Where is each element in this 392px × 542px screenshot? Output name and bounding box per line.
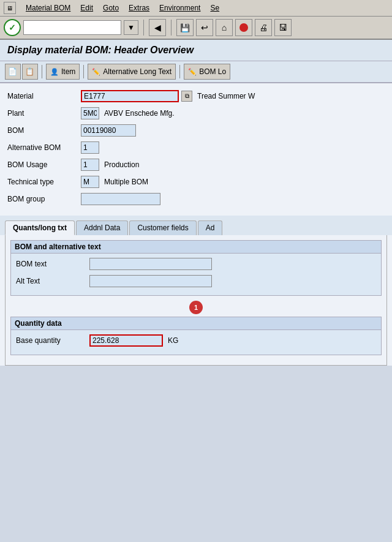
sec-icon-btn-2[interactable]: 📋 — [22, 64, 38, 80]
alt-long-text-button[interactable]: ✏️ Alternative Long Text — [88, 64, 176, 80]
app-icon: 🖥 — [4, 2, 16, 14]
badge-number: 1 — [194, 304, 198, 311]
home-icon: ⌂ — [222, 23, 227, 32]
alt-text-row: Alt Text — [16, 274, 376, 288]
item-label: Item — [61, 67, 75, 76]
scroll-badge: 1 — [189, 301, 203, 314]
command-input[interactable] — [23, 20, 121, 35]
content-area: Display material BOM: Header Overview 📄 … — [0, 40, 392, 366]
badge-container: 1 — [10, 301, 382, 314]
tech-type-field: Multiple BOM — [81, 176, 148, 188]
alt-bom-row: Alternative BOM — [7, 141, 385, 154]
bom-alt-text-section: BOM and alternative text BOM text Alt Te… — [10, 240, 382, 296]
bom-label: BOM — [7, 126, 81, 135]
other-icon: 🖫 — [279, 23, 287, 32]
print-button[interactable]: 🖨 — [255, 19, 272, 36]
edit-icon: ✏️ — [92, 68, 100, 76]
plant-label: Plant — [7, 109, 81, 118]
menu-item-environment[interactable]: Environment — [159, 4, 200, 12]
tab-customer-fields[interactable]: Customer fields — [129, 220, 196, 235]
toolbar-separator-2 — [171, 20, 172, 36]
home-button[interactable]: ⌂ — [216, 19, 233, 36]
sec-icon-btn-1[interactable]: 📄 — [5, 64, 21, 80]
alt-bom-input[interactable] — [81, 141, 99, 154]
bom-alt-text-title: BOM and alternative text — [11, 241, 381, 254]
bom-usage-input[interactable] — [81, 159, 99, 171]
secondary-toolbar: 📄 📋 👤 Item ✏️ Alternative Long Text ✏️ B… — [0, 61, 392, 83]
bom-alt-text-content: BOM text Alt Text — [11, 254, 381, 295]
tab-customer-fields-label: Customer fields — [137, 224, 188, 232]
bom-edit-icon: ✏️ — [188, 68, 197, 76]
tech-type-label: Technical type — [7, 178, 81, 186]
menu-item-edit[interactable]: Edit — [80, 4, 93, 12]
plant-desc: AVBV Enschede Mfg. — [104, 109, 175, 118]
bom-usage-label: BOM Usage — [7, 160, 81, 169]
tab-content: BOM and alternative text BOM text Alt Te… — [5, 235, 387, 366]
bom-text-input[interactable] — [89, 258, 212, 270]
bom-long-label: BOM Lo — [199, 67, 226, 76]
tab-quants-long-txt[interactable]: Quants/long txt — [5, 220, 75, 235]
tab-addnl-data-label: Addnl Data — [84, 224, 120, 232]
sec-separator-3 — [179, 65, 180, 78]
bom-group-input[interactable] — [81, 193, 160, 205]
bom-input[interactable] — [81, 124, 136, 137]
save-icon: 💾 — [180, 23, 190, 32]
alt-text-label: Alt Text — [16, 277, 89, 285]
tech-type-desc: Multiple BOM — [104, 178, 148, 186]
menu-item-material-bom[interactable]: Material BOM — [26, 4, 70, 12]
toolbar-separator-1 — [143, 20, 144, 36]
base-qty-row: Base quantity KG — [16, 334, 376, 347]
tab-quants-long-txt-label: Quants/long txt — [13, 224, 67, 232]
back-button[interactable]: ◀ — [149, 19, 166, 36]
tab-addnl-data[interactable]: Addnl Data — [76, 220, 128, 235]
alt-text-input[interactable] — [89, 275, 212, 287]
plant-row: Plant AVBV Enschede Mfg. — [7, 107, 385, 120]
undo-icon: ↩ — [201, 23, 208, 32]
bom-group-row: BOM group — [7, 192, 385, 206]
menu-item-goto[interactable]: Goto — [103, 4, 119, 12]
sec-separator-1 — [42, 65, 42, 78]
print-icon: 🖨 — [259, 23, 268, 32]
material-input[interactable] — [81, 90, 179, 102]
material-copy-button[interactable]: ⧉ — [181, 91, 192, 102]
tab-ad[interactable]: Ad — [198, 220, 223, 235]
checkmark-icon: ✓ — [9, 23, 16, 32]
dropdown-arrow-icon: ▼ — [127, 23, 135, 32]
doc2-icon: 📋 — [25, 67, 34, 76]
other-button[interactable]: 🖫 — [274, 19, 292, 36]
undo-button[interactable]: ↩ — [196, 19, 213, 36]
plant-input[interactable] — [81, 107, 99, 119]
sec-separator-2 — [83, 65, 84, 78]
bom-usage-row: BOM Usage Production — [7, 158, 385, 171]
tech-type-input[interactable] — [81, 176, 99, 188]
alt-bom-field — [81, 141, 99, 154]
confirm-button[interactable]: ✓ — [4, 19, 21, 36]
save-button[interactable]: 💾 — [176, 19, 194, 36]
material-field: ⧉ Tread Summer W — [81, 90, 255, 102]
status-red-button[interactable] — [235, 19, 252, 36]
menu-item-extras[interactable]: Extras — [129, 4, 149, 12]
base-qty-field: KG — [89, 334, 178, 347]
copy-icon: ⧉ — [185, 92, 189, 100]
form-section: Material ⧉ Tread Summer W Plant AVBV Ens… — [0, 83, 392, 216]
bom-field — [81, 124, 136, 137]
material-row: Material ⧉ Tread Summer W — [7, 89, 385, 103]
person-icon: 👤 — [50, 68, 59, 76]
base-qty-unit: KG — [168, 336, 178, 345]
toolbar: ✓ ▼ ◀ 💾 ↩ ⌂ 🖨 🖫 — [0, 17, 392, 40]
tab-ad-label: Ad — [206, 224, 215, 232]
bom-usage-field: Production — [81, 159, 139, 171]
bom-long-button[interactable]: ✏️ BOM Lo — [184, 64, 230, 80]
page-title: Display material BOM: Header Overview — [0, 40, 392, 61]
base-qty-label: Base quantity — [16, 336, 89, 345]
tabs-container: Quants/long txt Addnl Data Customer fiel… — [0, 216, 392, 235]
item-button[interactable]: 👤 Item — [46, 64, 80, 80]
tech-type-row: Technical type Multiple BOM — [7, 175, 385, 189]
bom-row: BOM — [7, 124, 385, 137]
bom-text-label: BOM text — [16, 260, 89, 268]
status-red-icon — [239, 23, 248, 32]
base-qty-input[interactable] — [89, 334, 163, 347]
menu-item-se[interactable]: Se — [210, 4, 219, 12]
command-dropdown[interactable]: ▼ — [124, 20, 138, 35]
material-desc: Tread Summer W — [197, 92, 255, 100]
